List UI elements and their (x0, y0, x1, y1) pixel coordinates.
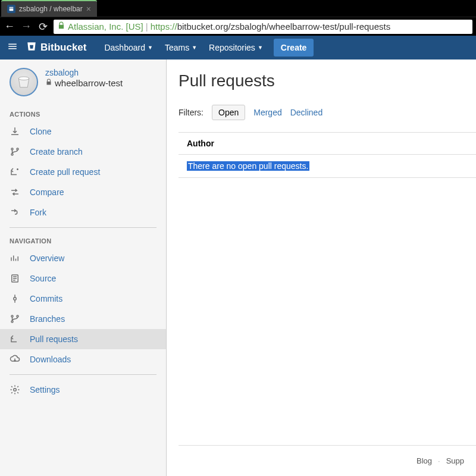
commits-icon (10, 293, 20, 304)
main-layout: zsbalogh wheelbarrow-test ACTIONS Clone … (0, 60, 476, 476)
repo-name: wheelbarrow-test (45, 78, 123, 88)
pr-create-icon (10, 167, 20, 177)
svg-point-5 (14, 298, 17, 300)
tab-close-icon[interactable]: × (86, 5, 91, 13)
chevron-down-icon: ▼ (258, 45, 263, 51)
chevron-down-icon: ▼ (192, 45, 197, 51)
sidebar-item-clone[interactable]: Clone (0, 121, 166, 142)
pr-icon (10, 334, 20, 345)
create-button[interactable]: Create (274, 39, 314, 57)
main-content: Pull requests Filters: Open Merged Decli… (167, 60, 476, 476)
sidebar-item-branches[interactable]: Branches (0, 309, 166, 329)
sidebar-item-downloads[interactable]: Downloads (0, 349, 166, 369)
repo-owner-link[interactable]: zsbalogh (45, 68, 123, 77)
browser-toolbar: ← → ⟳ Atlassian, Inc. [US] | https://bit… (0, 17, 476, 36)
svg-point-0 (18, 77, 29, 80)
svg-point-3 (11, 154, 13, 155)
sidebar-item-source[interactable]: Source (0, 268, 166, 289)
sidebar-item-overview[interactable]: Overview (0, 248, 166, 268)
top-navigation: Bitbucket Dashboard▼ Teams▼ Repositories… (0, 36, 476, 60)
empty-message: There are no open pull requests. (187, 161, 309, 171)
branches-icon (10, 314, 20, 324)
filter-open[interactable]: Open (212, 105, 245, 120)
sidebar-item-settings[interactable]: Settings (0, 380, 166, 400)
sidebar-item-create-branch[interactable]: Create branch (0, 142, 166, 162)
branch-icon (10, 146, 20, 157)
table-empty-row: There are no open pull requests. (178, 155, 476, 178)
ssl-company: Atlassian, Inc. [US] (68, 21, 143, 32)
sidebar-item-compare[interactable]: Compare (0, 182, 166, 202)
padlock-icon (57, 21, 65, 32)
footer-blog[interactable]: Blog (416, 456, 432, 465)
repo-avatar-icon[interactable] (10, 68, 38, 96)
footer: Blog · Supp (178, 445, 476, 476)
repo-header: zsbalogh wheelbarrow-test (0, 68, 166, 106)
url-protocol: https:// (151, 21, 177, 32)
cloud-download-icon (10, 354, 20, 365)
section-actions-title: ACTIONS (0, 106, 166, 121)
url-path: bitbucket.org/zsbalogh/wheelbarrow-test/… (177, 21, 391, 32)
svg-point-7 (17, 315, 18, 317)
footer-support[interactable]: Supp (446, 456, 464, 465)
svg-point-1 (11, 148, 13, 150)
sidebar-item-commits[interactable]: Commits (0, 289, 166, 309)
nav-teams[interactable]: Teams▼ (159, 43, 203, 52)
download-icon (10, 126, 20, 137)
nav-repositories[interactable]: Repositories▼ (203, 43, 269, 52)
brand-logo[interactable]: Bitbucket (26, 41, 86, 55)
address-bar[interactable]: Atlassian, Inc. [US] | https://bitbucket… (54, 20, 472, 34)
filter-merged[interactable]: Merged (253, 108, 281, 117)
source-icon (10, 273, 20, 284)
tab-favicon-icon (7, 5, 15, 13)
svg-point-6 (11, 315, 13, 317)
section-navigation-title: NAVIGATION (0, 233, 166, 248)
sidebar-item-create-pr[interactable]: Create pull request (0, 162, 166, 182)
filters-row: Filters: Open Merged Declined (178, 105, 476, 120)
forward-button[interactable]: → (20, 20, 32, 33)
table-header-author: Author (178, 132, 476, 155)
svg-point-8 (11, 321, 13, 322)
brand-text: Bitbucket (40, 42, 86, 54)
back-button[interactable]: ← (4, 20, 15, 33)
sidebar: zsbalogh wheelbarrow-test ACTIONS Clone … (0, 60, 167, 476)
browser-tab-strip: zsbalogh / wheelbar × (0, 0, 476, 17)
compare-icon (10, 187, 20, 198)
sidebar-item-pull-requests[interactable]: Pull requests (0, 329, 166, 349)
reload-button[interactable]: ⟳ (37, 20, 49, 33)
divider (10, 227, 156, 228)
sidebar-item-fork[interactable]: Fork (0, 202, 166, 223)
browser-tab[interactable]: zsbalogh / wheelbar × (1, 0, 97, 17)
overview-icon (10, 253, 20, 264)
svg-point-9 (14, 389, 17, 392)
divider (10, 374, 156, 375)
chevron-down-icon: ▼ (148, 45, 153, 51)
svg-point-2 (17, 148, 18, 150)
hamburger-icon[interactable] (7, 41, 18, 54)
tab-title: zsbalogh / wheelbar (19, 5, 83, 13)
lock-icon (45, 79, 52, 87)
fork-icon (10, 207, 20, 218)
bitbucket-icon (26, 41, 37, 55)
nav-dashboard[interactable]: Dashboard▼ (98, 43, 158, 52)
filters-label: Filters: (178, 108, 203, 117)
gear-icon (10, 384, 20, 395)
filter-declined[interactable]: Declined (290, 108, 322, 117)
page-title: Pull requests (178, 71, 476, 90)
